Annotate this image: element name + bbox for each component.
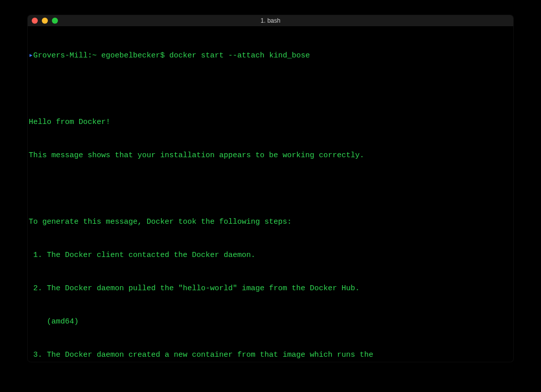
blank-line	[29, 84, 512, 95]
prompt-line: ▸Grovers-Mill:~ egoebelbecker$ docker st…	[29, 50, 512, 61]
close-icon[interactable]	[32, 18, 38, 24]
terminal-body[interactable]: ▸Grovers-Mill:~ egoebelbecker$ docker st…	[28, 26, 513, 362]
traffic-lights	[32, 18, 58, 24]
output-line: This message shows that your installatio…	[29, 150, 512, 161]
minimize-icon[interactable]	[42, 18, 48, 24]
blank-line	[29, 183, 512, 194]
command-text: docker start --attach kind_bose	[169, 51, 310, 60]
prompt-host: Grovers-Mill:~ egoebelbecker$	[33, 51, 165, 60]
output-line: 1. The Docker client contacted the Docke…	[29, 250, 512, 261]
prompt-arrow-icon: ▸	[29, 51, 33, 60]
titlebar: 1. bash	[28, 15, 513, 26]
output-line: 2. The Docker daemon pulled the "hello-w…	[29, 283, 512, 294]
output-line: Hello from Docker!	[29, 117, 512, 128]
terminal-window: 1. bash ▸Grovers-Mill:~ egoebelbecker$ d…	[28, 15, 513, 362]
output-line: 3. The Docker daemon created a new conta…	[29, 350, 512, 361]
output-line: (amd64)	[29, 316, 512, 328]
output-line: To generate this message, Docker took th…	[29, 217, 512, 228]
window-title: 1. bash	[260, 17, 280, 24]
maximize-icon[interactable]	[52, 18, 58, 24]
